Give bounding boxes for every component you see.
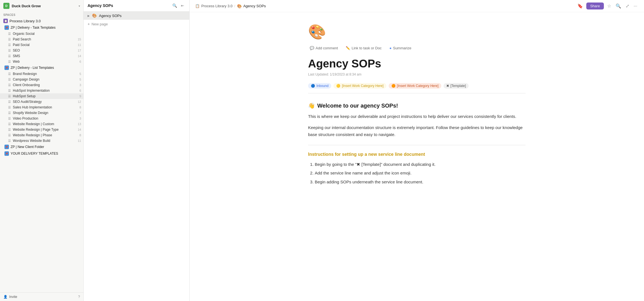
fullscreen-icon[interactable]: ⤢: [624, 2, 630, 10]
folder-icon: 📌: [4, 151, 9, 156]
sidebar-footer: 👤 Invite ?: [0, 292, 83, 301]
list-item-organic-social[interactable]: ☰ Organic Social: [0, 31, 83, 37]
list-item-brand-redesign[interactable]: ☰ Brand Redesign 5: [0, 71, 83, 77]
list-item-hubspot-setup[interactable]: ☰ HubSpot Setup 9: [0, 93, 83, 99]
instructions-heading: Instructions for setting up a new servic…: [308, 152, 526, 157]
list-name: Campaign Design: [13, 77, 78, 81]
list-count: 3: [79, 117, 81, 120]
list-item-website-redesign-custom[interactable]: ☰ Website Redesign | Custom 13: [0, 121, 83, 127]
list-item-sales-hub[interactable]: ☰ Sales Hub Implementation 8: [0, 105, 83, 110]
breadcrumb-doc-emoji: 🎨: [237, 4, 242, 8]
list-count: 8: [79, 133, 81, 137]
instruction-step-1: Begin by going to the "✖ [Template]" doc…: [315, 161, 526, 168]
list-item-paid-search[interactable]: ☰ Paid Search 15: [0, 37, 83, 42]
list-item-client-onboarding[interactable]: ☰ Client Onboarding 3: [0, 82, 83, 88]
list-item-paid-social[interactable]: ☰ Paid Social 11: [0, 42, 83, 48]
chevron-down-icon: ▾: [79, 4, 80, 8]
doc-emoji-icon: 🎨: [92, 13, 97, 18]
list-count: 17: [78, 49, 81, 52]
breadcrumb-space-link[interactable]: Process Library 3.0: [201, 4, 233, 8]
list-icon: ☰: [8, 139, 11, 142]
list-count: 14: [78, 54, 81, 58]
collapse-button[interactable]: ⇤: [180, 3, 185, 8]
list-item-campaign-design[interactable]: ☰ Campaign Design 5: [0, 77, 83, 82]
list-name: Brand Redesign: [13, 72, 78, 76]
tag-work-category-2[interactable]: 🟠 [Insert Work Category Here]: [389, 83, 441, 89]
topbar: 📋 Process Library 3.0 / 🎨 Agency SOPs 🔖 …: [190, 0, 644, 12]
folder-delivery-list-templates[interactable]: 📌 ZP | Delivery - List Templates ··· +: [0, 64, 83, 71]
link-task-button[interactable]: ✏️ Link to task or Doc: [344, 45, 383, 51]
folder-delivery-templates[interactable]: 📌 YOUR DELIVERY TEMPLATES: [0, 150, 83, 157]
folder-delivery-task-templates[interactable]: 📌 ZP | Delivery - Task Templates ··· +: [0, 24, 83, 31]
list-icon: ☰: [8, 49, 11, 52]
folder-name: ZP | Delivery - Task Templates: [11, 26, 81, 30]
list-icon: ☰: [8, 89, 11, 92]
tag-work-category-1[interactable]: 🟡 [Insert Work Category Here]: [333, 83, 386, 89]
tag-label: Inbound: [316, 84, 328, 88]
bookmark-icon[interactable]: 🔖: [576, 2, 584, 10]
space-item-process-library[interactable]: 📋 Process Library 3.0: [0, 18, 83, 24]
topbar-actions: 🔖 Share ☆ 🔍 ⤢ ···: [576, 2, 638, 10]
list-item-seo[interactable]: ☰ SEO 17: [0, 48, 83, 53]
list-item-shopify[interactable]: ☰ Shopify Website Design 7: [0, 110, 83, 116]
list-item-seo-audit[interactable]: ☰ SEO Audit/Strategy 12: [0, 99, 83, 105]
tag-inbound[interactable]: 🔵 Inbound: [308, 83, 331, 89]
list-item-wordpress[interactable]: ☰ Wordpress Website Build 11: [0, 138, 83, 144]
list-count: 3: [79, 83, 81, 87]
document-area: 🎨 💬 Add comment ✏️ Link to task or Doc ●…: [291, 12, 542, 198]
list-name: Client Onboarding: [13, 83, 78, 87]
add-comment-button[interactable]: 💬 Add comment: [308, 45, 340, 51]
space-name: Process Library 3.0: [9, 19, 80, 23]
list-icon: ☰: [8, 111, 11, 115]
list-name: Shopify Website Design: [13, 111, 78, 115]
list-count: 11: [78, 139, 81, 142]
share-button[interactable]: Share: [586, 3, 604, 9]
list-name: Paid Search: [13, 37, 76, 41]
doc-item-agency-sops[interactable]: ▶ 🎨 Agency SOPs: [84, 11, 189, 20]
list-item-hubspot-implementation[interactable]: ☰ HubSpot Implementation 6: [0, 88, 83, 93]
new-page-row[interactable]: + New page: [84, 20, 189, 28]
list-count: 15: [78, 38, 81, 41]
more-options-icon[interactable]: ···: [633, 3, 638, 10]
tag-template[interactable]: ✖ [Template]: [444, 83, 469, 89]
doc-divider: [308, 145, 526, 145]
welcome-heading-text: Welcome to our agency SOPs!: [317, 103, 398, 109]
list-count: 5: [79, 72, 81, 76]
list-name: HubSpot Setup: [13, 94, 78, 98]
search-icon[interactable]: 🔍: [614, 2, 622, 10]
list-name: Website Redesign | Phase: [13, 133, 78, 137]
list-count: 12: [78, 100, 81, 103]
list-icon: ☰: [8, 78, 11, 81]
instruction-step-2: Add the service line name and adjust the…: [315, 169, 526, 177]
list-name: Video Production: [13, 116, 78, 120]
help-icon[interactable]: ?: [78, 295, 80, 299]
folder-name: ZP | New Client Folder: [11, 145, 81, 149]
list-count: 14: [78, 128, 81, 131]
list-icon: ☰: [8, 38, 11, 41]
list-item-website-redesign-page-type[interactable]: ☰ Website Redesign | Page Type 14: [0, 127, 83, 132]
list-icon: ☰: [8, 128, 11, 131]
star-icon[interactable]: ☆: [606, 2, 612, 10]
main-content: 📋 Process Library 3.0 / 🎨 Agency SOPs 🔖 …: [190, 0, 644, 301]
list-item-video-production[interactable]: ☰ Video Production 3: [0, 116, 83, 121]
middle-panel: Agency SOPs 🔍 ⇤ ▶ 🎨 Agency SOPs + New pa…: [84, 0, 190, 301]
paragraph-2: Keeping our internal documentation struc…: [308, 124, 526, 138]
new-page-label: New page: [91, 22, 108, 26]
list-item-sms[interactable]: ☰ SMS 14: [0, 53, 83, 59]
invite-label[interactable]: Invite: [9, 295, 17, 299]
list-icon: ☰: [8, 60, 11, 63]
doc-toolbar: 💬 Add comment ✏️ Link to task or Doc ● S…: [308, 45, 526, 51]
list-item-website-redesign-phase[interactable]: ☰ Website Redesign | Phase 8: [0, 132, 83, 138]
list-item-web[interactable]: ☰ Web 6: [0, 59, 83, 64]
workspace-header[interactable]: D Duck Duck Grow ▾: [0, 0, 83, 12]
list-count: 9: [79, 94, 81, 98]
list-name: Sales Hub Implementation: [13, 105, 78, 109]
breadcrumb-doc-name: Agency SOPs: [243, 4, 266, 8]
search-button[interactable]: 🔍: [171, 3, 178, 8]
breadcrumb: 📋 Process Library 3.0 / 🎨 Agency SOPs: [195, 4, 266, 8]
instruction-step-3: Begin adding SOPs underneath the service…: [315, 178, 526, 186]
add-comment-label: Add comment: [316, 46, 338, 50]
folder-new-client[interactable]: 📌 ZP | New Client Folder: [0, 144, 83, 150]
summarize-button[interactable]: ● Summarize: [388, 45, 413, 51]
middle-header: Agency SOPs 🔍 ⇤: [84, 0, 189, 11]
